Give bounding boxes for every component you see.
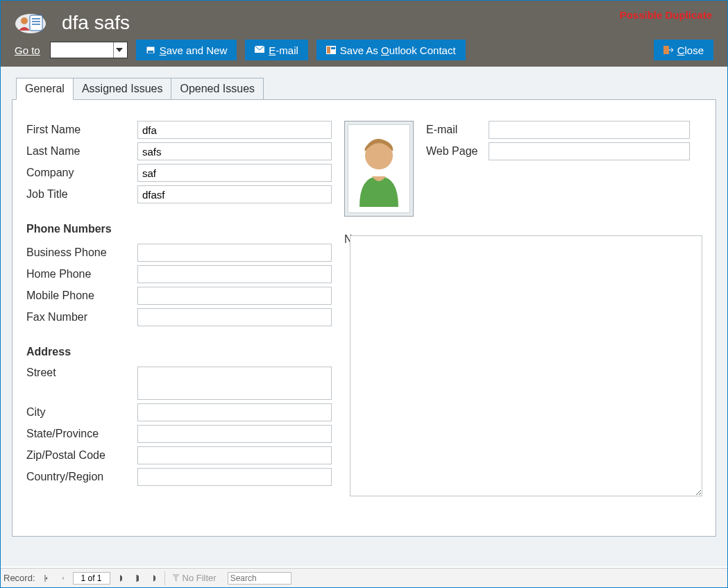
app-icon	[15, 11, 46, 35]
tab-strip: General Assigned Issues Opened Issues	[16, 78, 716, 100]
record-position-input[interactable]	[73, 572, 110, 585]
phone-section-header: Phone Numbers	[26, 223, 332, 235]
home-phone-input[interactable]	[137, 265, 332, 283]
mobile-phone-input[interactable]	[137, 287, 332, 305]
record-label: Record:	[3, 573, 35, 583]
first-name-input[interactable]	[137, 121, 332, 139]
toolbar: Go to Save and New E-mail Save As Outloo…	[15, 40, 713, 60]
fax-label: Fax Number	[26, 311, 137, 324]
outlook-icon	[326, 46, 336, 54]
new-record-button[interactable]	[148, 571, 160, 585]
city-label: City	[26, 406, 137, 419]
funnel-icon	[172, 574, 180, 582]
zip-label: Zip/Postal Code	[26, 449, 137, 462]
last-record-button[interactable]	[131, 571, 144, 585]
svg-rect-12	[663, 46, 669, 54]
envelope-icon	[255, 46, 264, 54]
last-name-input[interactable]	[137, 142, 332, 160]
address-section-header: Address	[26, 346, 332, 358]
goto-dropdown[interactable]	[50, 42, 128, 58]
search-input[interactable]	[228, 572, 291, 585]
notes-input[interactable]	[350, 235, 702, 496]
country-input[interactable]	[137, 468, 332, 486]
header: dfa safs Possible Duplicate Go to Save a…	[1, 1, 727, 67]
fax-input[interactable]	[137, 308, 332, 326]
tab-opened-issues[interactable]: Opened Issues	[171, 78, 264, 100]
first-name-label: First Name	[26, 124, 137, 136]
close-button[interactable]: Close	[654, 40, 713, 60]
email-button[interactable]: E-mail	[245, 40, 308, 60]
duplicate-warning: Possible Duplicate	[620, 9, 712, 21]
street-label: Street	[26, 367, 137, 379]
save-as-outlook-button[interactable]: Save As Outlook Contact	[316, 40, 466, 60]
city-input[interactable]	[137, 403, 332, 421]
filter-status[interactable]: No Filter	[164, 571, 223, 585]
svg-rect-1	[30, 15, 42, 31]
last-name-label: Last Name	[26, 145, 137, 158]
home-phone-label: Home Phone	[26, 268, 137, 280]
door-exit-icon	[663, 46, 673, 54]
job-title-input[interactable]	[137, 185, 332, 203]
street-input[interactable]	[137, 367, 332, 400]
goto-label: Go to	[15, 44, 40, 56]
company-label: Company	[26, 167, 137, 179]
business-phone-label: Business Phone	[26, 246, 137, 259]
job-title-label: Job Title	[26, 188, 137, 201]
save-icon	[146, 46, 155, 54]
tab-panel: First Name Last Name Company Job Title P…	[12, 99, 716, 537]
business-phone-input[interactable]	[137, 244, 332, 262]
email-label: E-mail	[426, 124, 489, 136]
record-navigator: Record: No Filter	[1, 568, 727, 587]
svg-rect-10	[327, 47, 330, 53]
web-label: Web Page	[426, 145, 489, 158]
country-label: Country/Region	[26, 471, 137, 483]
tab-general[interactable]: General	[16, 78, 74, 100]
next-record-button[interactable]	[115, 571, 127, 585]
contact-photo[interactable]	[344, 121, 414, 217]
content-area: General Assigned Issues Opened Issues Fi…	[1, 67, 727, 566]
svg-point-5	[21, 17, 28, 24]
svg-rect-11	[331, 47, 335, 49]
state-input[interactable]	[137, 425, 332, 443]
mobile-phone-label: Mobile Phone	[26, 289, 137, 302]
page-title: dfa safs	[62, 12, 130, 34]
state-label: State/Province	[26, 428, 137, 440]
chevron-down-icon[interactable]	[113, 42, 126, 58]
save-and-new-button[interactable]: Save and New	[136, 40, 237, 60]
tab-assigned-issues[interactable]: Assigned Issues	[73, 78, 172, 100]
first-record-button[interactable]	[40, 571, 52, 585]
svg-rect-7	[148, 51, 153, 53]
email-input[interactable]	[489, 121, 690, 139]
company-input[interactable]	[137, 164, 332, 182]
prev-record-button[interactable]	[56, 571, 69, 585]
zip-input[interactable]	[137, 446, 332, 464]
web-input[interactable]	[489, 142, 690, 160]
